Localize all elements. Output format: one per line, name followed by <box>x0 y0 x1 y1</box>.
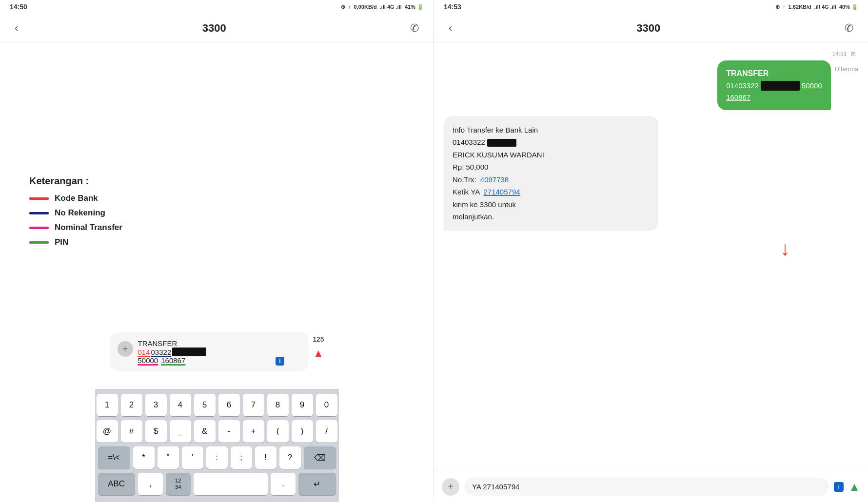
key-star[interactable]: * <box>133 446 155 469</box>
right-phone-icon[interactable]: ✆ <box>845 22 853 35</box>
legend-item-kodebank: Kode Bank <box>29 193 122 203</box>
redacted-box-left <box>172 348 206 356</box>
key-4[interactable]: 4 <box>170 394 191 416</box>
sent-pin-line: 160867 <box>726 92 822 103</box>
key-enter[interactable]: ↵ <box>298 473 335 495</box>
norek-text: 03322 <box>151 348 172 356</box>
sent-message-container: TRANSFER 01403322 50000 160867 <box>717 60 830 110</box>
info-line3: ERICK KUSUMA WARDANI <box>453 149 650 161</box>
key-symbols[interactable]: =\< <box>98 446 130 469</box>
right-info-badge[interactable]: i <box>834 482 844 492</box>
key-lparen[interactable]: ( <box>267 420 289 443</box>
keyboard: 1 2 3 4 5 6 7 8 9 0 @ # $ _ & - + ( ) / … <box>95 389 339 502</box>
ya-link[interactable]: 271405794 <box>483 188 520 196</box>
left-panel: 14:50 ⊕ ↑ 0,00KB/d .ill 4G .ill 41% 🔋 ‹ … <box>0 0 434 502</box>
key-rparen[interactable]: ) <box>292 420 313 443</box>
red-arrow-wrapper: ↓ <box>444 239 858 258</box>
info-line6: Ketik YA 271405794 <box>453 186 650 198</box>
key-1[interactable]: 1 <box>97 394 118 416</box>
info-line7: kirim ke 3300 untuk <box>453 198 650 211</box>
left-time: 14:50 <box>10 3 27 11</box>
left-status-icons: ⊕ ↑ 0,00KB/d .ill 4G .ill 41% 🔋 <box>341 4 424 10</box>
send-button-left[interactable]: ▲ <box>313 347 324 360</box>
key-minus[interactable]: - <box>218 420 240 443</box>
info-line1: Info Transfer ke Bank Lain <box>453 124 650 136</box>
key-ampersand[interactable]: & <box>194 420 216 443</box>
key-9[interactable]: 9 <box>292 394 313 416</box>
legend-line-blue <box>29 212 49 214</box>
chat-area: 14:51 🖹 TRANSFER 01403322 50000 160867 <box>434 43 868 471</box>
key-squote[interactable]: ' <box>182 446 203 469</box>
info-redacted-box <box>487 139 516 147</box>
key-3[interactable]: 3 <box>145 394 167 416</box>
back-icon[interactable]: ‹ <box>15 22 18 35</box>
sent-redacted-box <box>761 81 800 91</box>
compose-plus-button[interactable]: + <box>118 341 133 357</box>
legend-line-red <box>29 197 49 200</box>
key-hash[interactable]: # <box>121 420 142 443</box>
kode-bank-text: 014 <box>138 348 150 356</box>
key-space[interactable] <box>194 473 268 495</box>
legend-item-nominal: Nominal Transfer <box>29 223 122 232</box>
kb-row-2: @ # $ _ & - + ( ) / <box>98 420 336 443</box>
compose-actions: 125 ▲ <box>313 332 324 360</box>
key-1234[interactable]: 1234 <box>166 473 191 495</box>
key-slash[interactable]: / <box>316 420 337 443</box>
info-bubble: Info Transfer ke Bank Lain 01403322 ERIC… <box>444 116 658 231</box>
phone-icon[interactable]: ✆ <box>410 22 419 35</box>
key-backspace[interactable]: ⌫ <box>304 446 336 469</box>
info-line8: melanjutkan. <box>453 211 650 223</box>
legend-title: Keterangan : <box>29 175 122 187</box>
sent-acct-prefix: 01403322 <box>726 80 759 92</box>
kb-row-1: 1 2 3 4 5 6 7 8 9 0 <box>98 394 336 416</box>
right-back-icon[interactable]: ‹ <box>449 22 452 35</box>
right-header: ‹ 3300 ✆ <box>434 14 868 43</box>
key-2[interactable]: 2 <box>121 394 142 416</box>
key-plus[interactable]: + <box>243 420 264 443</box>
kb-row-3: =\< * " ' : ; ! ? ⌫ <box>98 446 336 469</box>
key-at[interactable]: @ <box>97 420 118 443</box>
sent-message-wrapper: TRANSFER 01403322 50000 160867 Diterima <box>444 60 858 110</box>
key-7[interactable]: 7 <box>243 394 264 416</box>
legend-label-kodebank: Kode Bank <box>55 193 98 203</box>
key-6[interactable]: 6 <box>218 394 240 416</box>
key-abc[interactable]: ABC <box>98 473 135 495</box>
info-badge-left[interactable]: i <box>276 357 284 366</box>
compose-account-line: 01403322 <box>138 348 301 356</box>
right-panel: 14:53 ⊕ ↑ 1,62KB/d .ill 4G .ill 40% 🔋 ‹ … <box>434 0 868 502</box>
legend-item-norek: No Rekening <box>29 208 122 218</box>
right-send-button[interactable]: ▲ <box>848 480 860 494</box>
key-comma[interactable]: , <box>138 473 163 495</box>
compose-area: + TRANSFER 01403322 50000 160867 i <box>110 332 324 375</box>
key-period[interactable]: . <box>271 473 296 495</box>
right-compose-input[interactable] <box>464 478 829 496</box>
pin-text: 160867 <box>161 356 185 365</box>
compose-transfer-label: TRANSFER <box>138 339 301 348</box>
down-arrow-icon: ↓ <box>780 239 790 258</box>
legend-line-green <box>29 241 49 244</box>
kb-row-4: ABC , 1234 . ↵ <box>98 473 336 495</box>
right-status-bar: 14:53 ⊕ ↑ 1,62KB/d .ill 4G .ill 40% 🔋 <box>434 0 868 14</box>
sent-pin: 160867 <box>726 93 750 101</box>
key-0[interactable]: 0 <box>316 394 337 416</box>
right-plus-button[interactable]: + <box>442 478 459 496</box>
key-dquote[interactable]: " <box>158 446 179 469</box>
legend-label-nominal: Nominal Transfer <box>55 223 122 232</box>
key-8[interactable]: 8 <box>267 394 289 416</box>
key-question[interactable]: ? <box>279 446 301 469</box>
left-header: ‹ 3300 ✆ <box>0 14 434 43</box>
key-dollar[interactable]: $ <box>145 420 167 443</box>
char-count: 125 <box>313 335 324 343</box>
compose-bubble: + TRANSFER 01403322 50000 160867 i <box>110 332 309 371</box>
key-colon[interactable]: : <box>206 446 228 469</box>
sent-account-line: 01403322 50000 <box>726 80 822 92</box>
key-5[interactable]: 5 <box>194 394 216 416</box>
key-exclaim[interactable]: ! <box>255 446 276 469</box>
key-underscore[interactable]: _ <box>170 420 191 443</box>
sent-transfer-label: TRANSFER <box>726 67 822 80</box>
nominal-text: 50000 <box>138 356 158 365</box>
left-header-title: 3300 <box>202 22 226 35</box>
notrx-link[interactable]: 4097738 <box>480 175 509 184</box>
key-semicolon[interactable]: ; <box>231 446 252 469</box>
right-compose-bar: + i ▲ <box>434 471 868 502</box>
